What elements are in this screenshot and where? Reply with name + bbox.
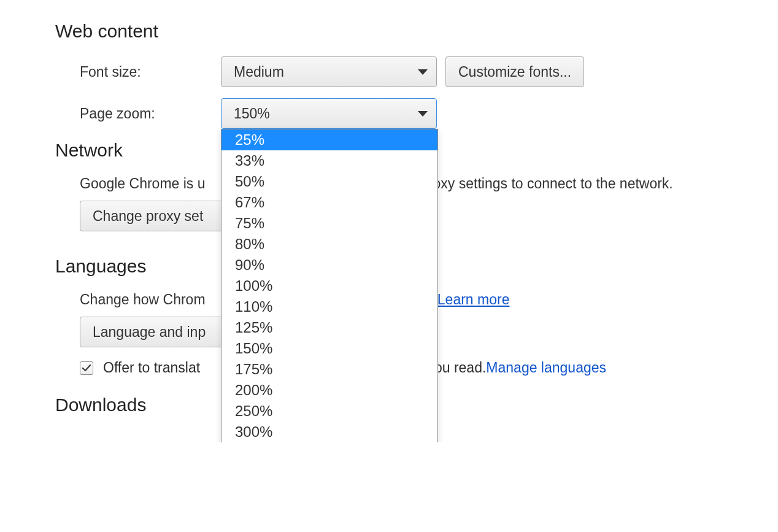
- chevron-down-icon: [418, 111, 428, 117]
- learn-more-link[interactable]: Learn more: [437, 291, 510, 307]
- font-size-select[interactable]: Medium: [221, 56, 437, 87]
- font-size-row: Font size: Medium Customize fonts...: [80, 56, 723, 87]
- zoom-option[interactable]: 250%: [221, 401, 437, 422]
- zoom-option[interactable]: 50%: [221, 171, 437, 192]
- zoom-option[interactable]: 67%: [221, 192, 437, 213]
- language-input-settings-button[interactable]: Language and inp: [80, 317, 228, 347]
- chevron-down-icon: [418, 69, 428, 75]
- page-zoom-value: 150%: [234, 106, 270, 122]
- zoom-option[interactable]: 175%: [221, 359, 437, 380]
- web-content-heading: Web content: [55, 21, 723, 42]
- zoom-option[interactable]: 300%: [221, 422, 437, 442]
- zoom-option[interactable]: 200%: [221, 380, 437, 401]
- font-size-value: Medium: [234, 64, 284, 80]
- zoom-option[interactable]: 110%: [221, 296, 437, 317]
- zoom-option[interactable]: 75%: [221, 213, 437, 234]
- page-zoom-label: Page zoom:: [80, 106, 221, 122]
- zoom-option[interactable]: 150%: [221, 338, 437, 359]
- zoom-option[interactable]: 100%: [221, 276, 437, 296]
- zoom-option[interactable]: 125%: [221, 317, 437, 338]
- zoom-option[interactable]: 90%: [221, 255, 437, 276]
- font-size-label: Font size:: [80, 64, 221, 80]
- manage-languages-link[interactable]: Manage languages: [486, 360, 606, 376]
- offer-translate-checkbox[interactable]: [80, 361, 93, 375]
- zoom-option[interactable]: 33%: [221, 150, 437, 171]
- page-zoom-row: Page zoom: 150%: [80, 98, 723, 129]
- customize-fonts-button[interactable]: Customize fonts...: [445, 56, 584, 87]
- page-zoom-select[interactable]: 150%: [221, 98, 437, 129]
- zoom-option[interactable]: 25%: [221, 129, 437, 150]
- change-proxy-settings-button[interactable]: Change proxy set: [80, 201, 228, 231]
- zoom-option[interactable]: 80%: [221, 234, 437, 255]
- page-zoom-dropdown[interactable]: 25%33%50%67%75%80%90%100%110%125%150%175…: [221, 129, 438, 442]
